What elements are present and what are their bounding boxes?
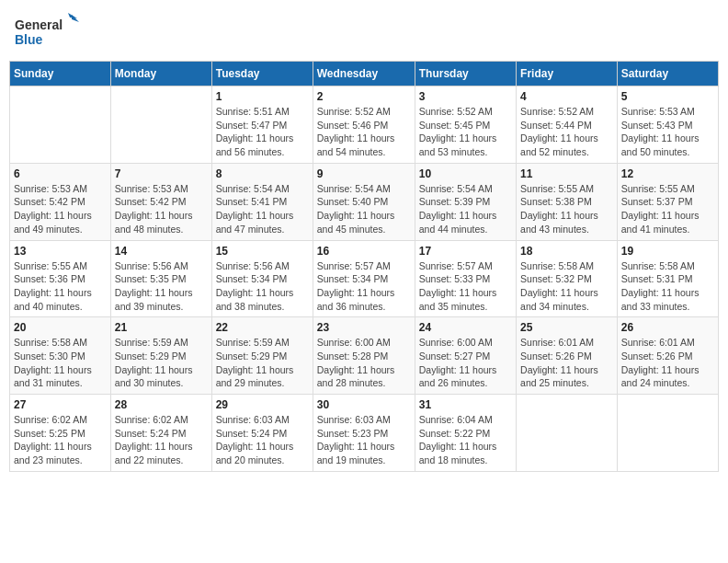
day-info: Sunrise: 6:02 AMSunset: 5:24 PMDaylight:… — [115, 413, 208, 467]
day-info: Sunrise: 6:03 AMSunset: 5:23 PMDaylight:… — [317, 413, 411, 467]
day-number: 28 — [115, 398, 208, 411]
calendar-cell: 20Sunrise: 5:58 AMSunset: 5:30 PMDayligh… — [10, 317, 111, 395]
day-info: Sunrise: 5:58 AMSunset: 5:31 PMDaylight:… — [621, 259, 714, 314]
calendar-cell: 4Sunrise: 5:52 AMSunset: 5:44 PMDaylight… — [517, 86, 618, 164]
col-header-saturday: Saturday — [617, 62, 718, 86]
calendar-cell: 2Sunrise: 5:52 AMSunset: 5:46 PMDaylight… — [313, 86, 415, 164]
calendar-cell: 14Sunrise: 5:56 AMSunset: 5:35 PMDayligh… — [110, 240, 211, 317]
day-number: 25 — [520, 321, 613, 334]
col-header-sunday: Sunday — [10, 62, 111, 86]
day-number: 23 — [317, 321, 411, 334]
calendar-cell: 26Sunrise: 6:01 AMSunset: 5:26 PMDayligh… — [617, 317, 718, 395]
day-info: Sunrise: 6:01 AMSunset: 5:26 PMDaylight:… — [621, 336, 714, 390]
calendar-week-row: 20Sunrise: 5:58 AMSunset: 5:30 PMDayligh… — [10, 317, 719, 395]
calendar-cell: 10Sunrise: 5:54 AMSunset: 5:39 PMDayligh… — [415, 163, 516, 240]
col-header-monday: Monday — [110, 62, 211, 86]
day-info: Sunrise: 5:53 AMSunset: 5:43 PMDaylight:… — [621, 105, 714, 159]
day-info: Sunrise: 5:56 AMSunset: 5:35 PMDaylight:… — [115, 259, 208, 314]
calendar-cell: 5Sunrise: 5:53 AMSunset: 5:43 PMDaylight… — [617, 86, 718, 164]
day-number: 12 — [621, 167, 714, 180]
day-info: Sunrise: 5:53 AMSunset: 5:42 PMDaylight:… — [14, 182, 107, 236]
day-info: Sunrise: 6:03 AMSunset: 5:24 PMDaylight:… — [216, 413, 309, 467]
day-info: Sunrise: 5:57 AMSunset: 5:33 PMDaylight:… — [419, 259, 512, 314]
calendar-cell — [517, 395, 618, 472]
day-number: 18 — [520, 245, 613, 258]
day-info: Sunrise: 5:53 AMSunset: 5:42 PMDaylight:… — [115, 182, 208, 236]
day-info: Sunrise: 5:52 AMSunset: 5:46 PMDaylight:… — [317, 105, 411, 159]
day-info: Sunrise: 6:02 AMSunset: 5:25 PMDaylight:… — [14, 413, 107, 467]
calendar-cell: 23Sunrise: 6:00 AMSunset: 5:28 PMDayligh… — [313, 317, 415, 395]
day-number: 15 — [216, 245, 309, 258]
calendar-week-row: 27Sunrise: 6:02 AMSunset: 5:25 PMDayligh… — [10, 395, 719, 472]
day-number: 1 — [216, 90, 309, 103]
calendar-cell: 31Sunrise: 6:04 AMSunset: 5:22 PMDayligh… — [415, 395, 516, 472]
calendar-cell: 17Sunrise: 5:57 AMSunset: 5:33 PMDayligh… — [415, 240, 516, 317]
calendar-cell: 13Sunrise: 5:55 AMSunset: 5:36 PMDayligh… — [10, 240, 111, 317]
calendar-cell: 9Sunrise: 5:54 AMSunset: 5:40 PMDaylight… — [313, 163, 415, 240]
calendar-cell: 11Sunrise: 5:55 AMSunset: 5:38 PMDayligh… — [517, 163, 618, 240]
day-number: 14 — [115, 245, 208, 258]
calendar-cell: 6Sunrise: 5:53 AMSunset: 5:42 PMDaylight… — [10, 163, 111, 240]
day-number: 2 — [317, 90, 411, 103]
col-header-thursday: Thursday — [415, 62, 516, 86]
day-number: 7 — [115, 167, 208, 180]
calendar-week-row: 6Sunrise: 5:53 AMSunset: 5:42 PMDaylight… — [10, 163, 719, 240]
day-number: 29 — [216, 398, 309, 411]
calendar-cell: 22Sunrise: 5:59 AMSunset: 5:29 PMDayligh… — [211, 317, 313, 395]
calendar-header-row: SundayMondayTuesdayWednesdayThursdayFrid… — [10, 62, 719, 86]
svg-text:General: General — [15, 17, 63, 32]
calendar-cell: 27Sunrise: 6:02 AMSunset: 5:25 PMDayligh… — [10, 395, 111, 472]
day-number: 31 — [419, 398, 512, 411]
calendar-cell: 25Sunrise: 6:01 AMSunset: 5:26 PMDayligh… — [517, 317, 618, 395]
day-info: Sunrise: 5:54 AMSunset: 5:41 PMDaylight:… — [216, 182, 309, 236]
day-info: Sunrise: 5:52 AMSunset: 5:44 PMDaylight:… — [520, 105, 613, 159]
col-header-wednesday: Wednesday — [313, 62, 415, 86]
page-header: GeneralBlue — [9, 9, 719, 53]
calendar-cell: 29Sunrise: 6:03 AMSunset: 5:24 PMDayligh… — [211, 395, 313, 472]
logo-svg: GeneralBlue — [15, 13, 88, 50]
day-info: Sunrise: 6:01 AMSunset: 5:26 PMDaylight:… — [520, 336, 613, 390]
day-number: 30 — [317, 398, 411, 411]
day-info: Sunrise: 5:58 AMSunset: 5:30 PMDaylight:… — [14, 336, 107, 390]
day-number: 17 — [419, 245, 512, 258]
calendar-cell: 3Sunrise: 5:52 AMSunset: 5:45 PMDaylight… — [415, 86, 516, 164]
day-info: Sunrise: 5:51 AMSunset: 5:47 PMDaylight:… — [216, 105, 309, 159]
calendar-cell — [617, 395, 718, 472]
day-info: Sunrise: 5:59 AMSunset: 5:29 PMDaylight:… — [115, 336, 208, 390]
day-info: Sunrise: 5:55 AMSunset: 5:38 PMDaylight:… — [520, 182, 613, 236]
calendar-cell: 21Sunrise: 5:59 AMSunset: 5:29 PMDayligh… — [110, 317, 211, 395]
day-number: 24 — [419, 321, 512, 334]
day-info: Sunrise: 6:04 AMSunset: 5:22 PMDaylight:… — [419, 413, 512, 467]
day-info: Sunrise: 5:54 AMSunset: 5:39 PMDaylight:… — [419, 182, 512, 236]
day-info: Sunrise: 5:57 AMSunset: 5:34 PMDaylight:… — [317, 259, 411, 314]
day-info: Sunrise: 5:54 AMSunset: 5:40 PMDaylight:… — [317, 182, 411, 236]
calendar-week-row: 1Sunrise: 5:51 AMSunset: 5:47 PMDaylight… — [10, 86, 719, 164]
day-number: 13 — [14, 245, 107, 258]
calendar-cell: 24Sunrise: 6:00 AMSunset: 5:27 PMDayligh… — [415, 317, 516, 395]
day-number: 11 — [520, 167, 613, 180]
calendar-cell: 28Sunrise: 6:02 AMSunset: 5:24 PMDayligh… — [110, 395, 211, 472]
day-info: Sunrise: 5:59 AMSunset: 5:29 PMDaylight:… — [216, 336, 309, 390]
day-number: 8 — [216, 167, 309, 180]
calendar-cell: 7Sunrise: 5:53 AMSunset: 5:42 PMDaylight… — [110, 163, 211, 240]
calendar-cell: 18Sunrise: 5:58 AMSunset: 5:32 PMDayligh… — [517, 240, 618, 317]
calendar-week-row: 13Sunrise: 5:55 AMSunset: 5:36 PMDayligh… — [10, 240, 719, 317]
day-number: 19 — [621, 245, 714, 258]
day-info: Sunrise: 5:58 AMSunset: 5:32 PMDaylight:… — [520, 259, 613, 314]
day-number: 22 — [216, 321, 309, 334]
day-info: Sunrise: 5:55 AMSunset: 5:37 PMDaylight:… — [621, 182, 714, 236]
day-number: 5 — [621, 90, 714, 103]
day-info: Sunrise: 6:00 AMSunset: 5:27 PMDaylight:… — [419, 336, 512, 390]
calendar-cell: 15Sunrise: 5:56 AMSunset: 5:34 PMDayligh… — [211, 240, 313, 317]
calendar-cell — [110, 86, 211, 164]
day-number: 20 — [14, 321, 107, 334]
day-number: 4 — [520, 90, 613, 103]
day-number: 6 — [14, 167, 107, 180]
col-header-tuesday: Tuesday — [211, 62, 313, 86]
day-info: Sunrise: 5:56 AMSunset: 5:34 PMDaylight:… — [216, 259, 309, 314]
day-number: 9 — [317, 167, 411, 180]
col-header-friday: Friday — [517, 62, 618, 86]
day-info: Sunrise: 5:52 AMSunset: 5:45 PMDaylight:… — [419, 105, 512, 159]
calendar-cell: 16Sunrise: 5:57 AMSunset: 5:34 PMDayligh… — [313, 240, 415, 317]
day-number: 3 — [419, 90, 512, 103]
